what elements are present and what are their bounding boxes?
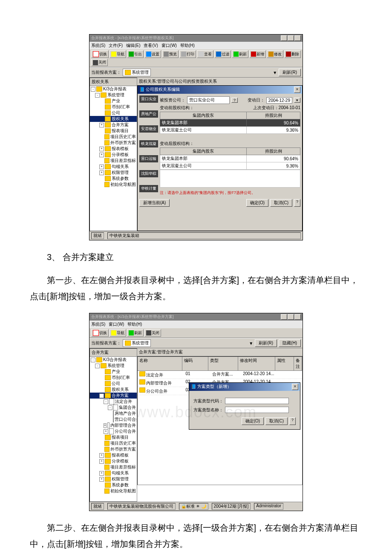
tree-item[interactable]: 项目历史汇率 bbox=[90, 134, 137, 140]
dialog-close-icon[interactable]: × bbox=[294, 87, 300, 93]
tree-item[interactable]: 公司 bbox=[90, 110, 137, 116]
tbtn-view[interactable]: 查看 bbox=[197, 50, 213, 58]
scheme-code-input[interactable] bbox=[225, 398, 289, 404]
hide-button[interactable]: 隐藏(H) bbox=[279, 339, 301, 347]
tbtn-delete[interactable]: 删除 bbox=[284, 50, 301, 58]
tree-item[interactable]: 报表项目 bbox=[90, 434, 137, 440]
tree-item[interactable]: +权限管理 bbox=[90, 476, 137, 482]
tree-item[interactable]: +权限管理 bbox=[90, 170, 137, 176]
add-current-button[interactable]: 新增当前(A) bbox=[139, 199, 170, 207]
menu-file[interactable]: 文件(F) bbox=[109, 43, 123, 49]
menu-view[interactable]: 查看(V) bbox=[144, 43, 158, 49]
tree-item[interactable]: -合并方案 bbox=[90, 393, 137, 399]
tree-item[interactable]: +内部管理合并 bbox=[90, 422, 137, 428]
tree-item[interactable]: -法定合并 bbox=[90, 399, 137, 405]
tbtn-nav[interactable]: 导航 bbox=[110, 50, 126, 58]
tree-item[interactable]: -K/3合并报表 bbox=[90, 86, 137, 92]
ok-button[interactable]: 确定(O) bbox=[246, 199, 268, 207]
tree-item[interactable]: 初始化导航图 bbox=[90, 488, 137, 494]
tree-item[interactable]: 系统参数 bbox=[90, 176, 137, 182]
lookup-button[interactable]: ? bbox=[231, 98, 238, 103]
help-icon[interactable]: ? bbox=[289, 417, 296, 425]
tree-item[interactable]: -集团合并 bbox=[90, 405, 137, 410]
date-picker-icon[interactable]: ▾ bbox=[294, 98, 300, 103]
tree-item[interactable]: 系统参数 bbox=[90, 482, 137, 488]
cancel-button[interactable]: 取消(C) bbox=[265, 417, 288, 425]
ok-button[interactable]: 确定(O) bbox=[242, 417, 264, 425]
list-item[interactable]: 法定合并01合并方案...2004-12-20 14... bbox=[138, 371, 302, 379]
tree-item[interactable]: 外币折算方案 bbox=[90, 446, 137, 452]
tree-item[interactable]: 币别/汇率 bbox=[90, 104, 137, 110]
tree-item[interactable]: 产业 bbox=[90, 369, 137, 375]
tbtn-print[interactable]: 打印 bbox=[179, 50, 196, 58]
tree-item[interactable]: +勾稽关系 bbox=[90, 470, 137, 476]
tree-item[interactable]: -系统管理 bbox=[90, 363, 137, 369]
menu-edit[interactable]: 编辑(E) bbox=[126, 43, 140, 49]
menu-window[interactable]: 窗口(W) bbox=[109, 321, 124, 327]
minimize-icon[interactable]: _ bbox=[281, 314, 287, 320]
tree-item[interactable]: +分公司合并 bbox=[90, 428, 137, 434]
tbtn-preview[interactable]: 预览 bbox=[162, 50, 179, 58]
tbtn-setting[interactable]: 设置 bbox=[144, 50, 161, 58]
tree-item[interactable]: +勾稽关系 bbox=[90, 164, 137, 170]
maximize-icon[interactable]: □ bbox=[288, 35, 294, 41]
tree-item[interactable]: 股权关系 bbox=[90, 387, 137, 393]
tbtn-switch[interactable]: 切换 bbox=[91, 329, 109, 337]
tree-item[interactable]: 股权关系 bbox=[90, 116, 137, 122]
menu-window[interactable]: 窗口(W) bbox=[161, 43, 177, 49]
tbtn-export[interactable]: 引出 bbox=[127, 50, 144, 58]
close-icon[interactable]: × bbox=[294, 314, 301, 320]
tree-item[interactable]: 房地产合并 bbox=[90, 410, 137, 416]
tree-item[interactable]: 营口公司合并 bbox=[90, 416, 137, 422]
tbtn-edit[interactable]: 修改 bbox=[267, 50, 283, 58]
scheme-field[interactable]: 系统管理 bbox=[123, 69, 151, 76]
tbtn-close[interactable]: 关闭 bbox=[144, 329, 161, 337]
tree-item[interactable]: 外币折算方案 bbox=[90, 140, 137, 146]
scheme-name-input[interactable] bbox=[225, 407, 289, 413]
cancel-button[interactable]: 取消(C) bbox=[270, 199, 292, 207]
invested-company-field[interactable]: 营口实业公司 bbox=[187, 96, 230, 104]
menu-system[interactable]: 系统(S) bbox=[91, 321, 105, 327]
tree-item[interactable]: +报表模板 bbox=[90, 146, 137, 152]
company-tab[interactable]: 营口运输 bbox=[139, 155, 158, 162]
dialog-close-icon[interactable]: × bbox=[292, 384, 298, 390]
menu-help[interactable]: 帮助(H) bbox=[180, 43, 195, 49]
change-date-field[interactable]: 2004-12-29 bbox=[266, 97, 292, 104]
tree-item[interactable]: 报表项目 bbox=[90, 128, 137, 134]
tbtn-refresh[interactable]: 刷新 bbox=[232, 50, 248, 58]
tree-item[interactable]: +报表模板 bbox=[90, 452, 137, 458]
tree-item[interactable]: 项目差异指标 bbox=[90, 158, 137, 164]
tree-item[interactable]: -K/3合并报表 bbox=[90, 357, 137, 363]
tree-item[interactable]: 项目历史汇率 bbox=[90, 440, 137, 446]
tbtn-nav[interactable]: 导航 bbox=[110, 329, 126, 337]
tree-item[interactable]: 币别/汇率 bbox=[90, 375, 137, 381]
tbtn-switch[interactable]: 切换 bbox=[91, 50, 109, 58]
tree-item[interactable]: 公司 bbox=[90, 381, 137, 387]
company-tab[interactable]: 华铁计量 bbox=[139, 185, 158, 192]
scheme-field[interactable]: 系统管理 bbox=[123, 339, 151, 347]
tbtn-close[interactable]: 关闭 bbox=[91, 59, 108, 66]
close-icon[interactable]: × bbox=[294, 35, 301, 41]
table-row[interactable]: 铁龙混凝土公司9.36% bbox=[160, 127, 300, 134]
company-tab[interactable]: 营口实业 bbox=[139, 95, 158, 103]
tbtn-new[interactable]: 新增 bbox=[249, 50, 266, 58]
tree-item[interactable]: 初始化导航图 bbox=[90, 182, 137, 188]
tree-item[interactable]: 产业 bbox=[90, 98, 137, 104]
table-row[interactable]: 铁龙集团本部90.64% bbox=[160, 119, 300, 127]
company-tab[interactable]: 房地产公 bbox=[139, 110, 158, 118]
refresh-button[interactable]: 刷新(R) bbox=[255, 339, 277, 347]
table-row[interactable]: 铁龙混凝土公司9.36% bbox=[160, 162, 300, 170]
tbtn-refresh[interactable]: 刷新 bbox=[127, 329, 144, 337]
maximize-icon[interactable]: □ bbox=[288, 314, 294, 320]
tree-item[interactable]: +分录模板 bbox=[90, 152, 137, 158]
minimize-icon[interactable]: _ bbox=[281, 35, 287, 41]
menu-system[interactable]: 系统(S) bbox=[91, 43, 105, 49]
company-tab[interactable]: 沈阳华棕 bbox=[139, 170, 158, 177]
tbtn-filter[interactable]: 过滤 bbox=[214, 50, 231, 58]
table-row[interactable]: 铁龙集团本部90.64% bbox=[160, 155, 300, 162]
refresh-button[interactable]: 刷新(R) bbox=[279, 69, 301, 76]
tree-item[interactable]: +合并方案 bbox=[90, 122, 137, 128]
company-tab[interactable]: 安居物业 bbox=[139, 125, 158, 133]
tree-item[interactable]: -系统管理 bbox=[90, 92, 137, 98]
help-icon[interactable]: ? bbox=[294, 199, 300, 207]
